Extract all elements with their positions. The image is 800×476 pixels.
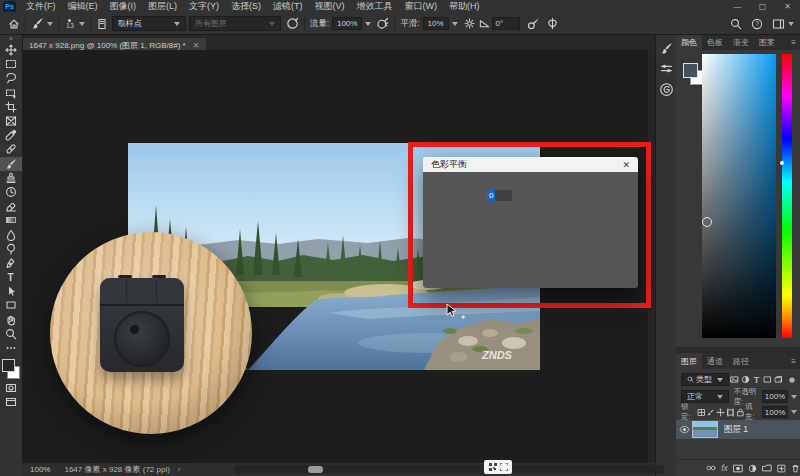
dodge-tool[interactable] [0, 242, 22, 256]
layer-filter-dropdown[interactable]: 类型 [681, 373, 729, 386]
maximize-button[interactable]: ▢ [750, 0, 775, 13]
hue-slider-marker[interactable] [780, 161, 784, 165]
quick-mask-tool[interactable] [0, 381, 22, 395]
layer-row[interactable]: 图层 1 [676, 420, 800, 439]
color-picker-ring[interactable] [702, 217, 712, 227]
airbrush-icon[interactable] [376, 17, 389, 30]
opacity-value[interactable]: 100% [762, 390, 788, 403]
dialog-title-bar[interactable]: 色彩平衡 ✕ [423, 157, 638, 172]
menu-window[interactable]: 窗口(W) [399, 0, 444, 13]
color-balance-dialog[interactable]: 色彩平衡 ✕ 0 [423, 157, 638, 288]
menu-edit[interactable]: 编辑(E) [62, 0, 104, 13]
document-tab-close-icon[interactable]: ✕ [193, 41, 200, 50]
search-icon[interactable] [730, 18, 742, 30]
photoshop-logo-icon[interactable]: Ps [3, 1, 16, 12]
flow-caret[interactable] [365, 22, 371, 26]
eraser-tool[interactable] [0, 199, 22, 213]
layer-style-fx-icon[interactable]: fx [721, 463, 728, 474]
layer-mask-icon[interactable] [733, 463, 743, 474]
foreground-color-swatch[interactable] [2, 359, 15, 372]
dock-properties-icon[interactable] [660, 62, 673, 75]
eyedropper-tool[interactable] [0, 128, 22, 142]
history-brush-tool[interactable] [0, 185, 22, 199]
help-icon[interactable]: ? [751, 18, 763, 30]
frame-tool[interactable] [0, 114, 22, 128]
gif-player-overlay[interactable] [484, 460, 512, 474]
lasso-tool[interactable] [0, 71, 22, 85]
menu-file[interactable]: 文件(F) [20, 0, 62, 13]
clone-stamp-tool[interactable] [0, 171, 22, 185]
tab-layers[interactable]: 图层 [676, 353, 702, 369]
menu-image[interactable]: 图像(I) [104, 0, 143, 13]
menu-help[interactable]: 帮助(H) [443, 0, 486, 13]
gear-icon[interactable] [464, 18, 475, 29]
filter-type-icon[interactable]: T [751, 374, 762, 385]
menu-select[interactable]: 选择(S) [225, 0, 267, 13]
tab-channels[interactable]: 通道 [702, 353, 728, 369]
dock-brush-settings-icon[interactable] [660, 42, 673, 55]
new-layer-icon[interactable] [777, 463, 786, 474]
link-layers-icon[interactable] [706, 463, 716, 474]
symmetry-icon[interactable] [546, 17, 559, 30]
type-tool[interactable]: T [0, 270, 22, 284]
sample-mode-dropdown[interactable]: 取样点 [112, 16, 186, 31]
lock-position-icon[interactable] [716, 407, 726, 418]
home-icon[interactable] [8, 18, 20, 30]
filter-pixel-icon[interactable] [729, 374, 740, 385]
brush-settings-toggle-icon[interactable] [96, 18, 108, 30]
move-tool[interactable] [0, 43, 22, 57]
menu-type[interactable]: 文字(Y) [183, 0, 225, 13]
menu-plugins[interactable]: 增效工具 [351, 0, 399, 13]
filter-adjustment-icon[interactable] [740, 374, 751, 385]
new-group-icon[interactable] [762, 463, 772, 474]
hue-slider[interactable] [782, 54, 792, 338]
blur-tool[interactable] [0, 227, 22, 241]
horizontal-scrollbar-thumb[interactable] [308, 466, 323, 473]
close-button[interactable]: ✕ [775, 0, 800, 13]
dialog-close-icon[interactable]: ✕ [622, 160, 630, 170]
screen-mode-button[interactable] [0, 395, 22, 409]
filter-toggle-icon[interactable] [786, 374, 797, 385]
horizontal-scrollbar[interactable] [234, 465, 664, 474]
layers-panel-menu-icon[interactable]: ≡ [787, 353, 800, 369]
layer-name[interactable]: 图层 1 [724, 424, 748, 436]
pressure-size-icon[interactable] [527, 17, 540, 30]
brush-tool-caret[interactable] [47, 22, 53, 26]
color-panel-menu-icon[interactable]: ≡ [787, 34, 800, 50]
lock-all-icon[interactable] [735, 407, 745, 418]
object-selection-tool[interactable] [0, 86, 22, 100]
menu-filter[interactable]: 滤镜(T) [267, 0, 309, 13]
minimize-button[interactable]: — [725, 0, 750, 13]
opacity-caret[interactable] [791, 395, 797, 399]
lock-artboard-icon[interactable] [725, 407, 735, 418]
brush-preset-picker[interactable]: 13 [66, 19, 74, 29]
tab-patterns[interactable]: 图案 [754, 34, 780, 50]
smoothing-caret[interactable] [452, 22, 458, 26]
menu-view[interactable]: 视图(V) [309, 0, 351, 13]
color-picker-field[interactable] [702, 54, 776, 338]
gradient-tool[interactable] [0, 213, 22, 227]
workspace-icon[interactable] [772, 18, 785, 30]
fill-value[interactable]: 100% [762, 406, 788, 418]
canvas-area[interactable]: ZNDS 色彩平衡 ✕ 0 [22, 50, 655, 463]
edit-toolbar-icon[interactable] [0, 341, 22, 355]
sample-ring-icon[interactable] [286, 17, 299, 30]
status-chevron-icon[interactable]: › [178, 465, 181, 474]
brush-preset-caret[interactable] [79, 22, 85, 26]
hand-tool[interactable] [0, 313, 22, 327]
filter-shape-icon[interactable] [762, 374, 773, 385]
tab-swatches[interactable]: 色板 [702, 34, 728, 50]
filter-smartobject-icon[interactable] [773, 374, 784, 385]
tab-paths[interactable]: 路径 [728, 353, 754, 369]
tab-color[interactable]: 颜色 [676, 34, 702, 50]
layer-visibility-eye-icon[interactable] [676, 425, 692, 434]
zoom-level[interactable]: 100% [30, 465, 50, 474]
pen-tool[interactable] [0, 256, 22, 270]
delete-layer-icon[interactable] [791, 463, 800, 474]
rect-marquee-tool[interactable] [0, 57, 22, 71]
shape-tool[interactable] [0, 298, 22, 312]
angle-value-field[interactable]: 0° [492, 17, 520, 30]
toolbar-collapse-icon[interactable]: » [0, 34, 22, 43]
tab-gradients[interactable]: 渐变 [728, 34, 754, 50]
lock-pixels-icon[interactable] [706, 407, 716, 418]
